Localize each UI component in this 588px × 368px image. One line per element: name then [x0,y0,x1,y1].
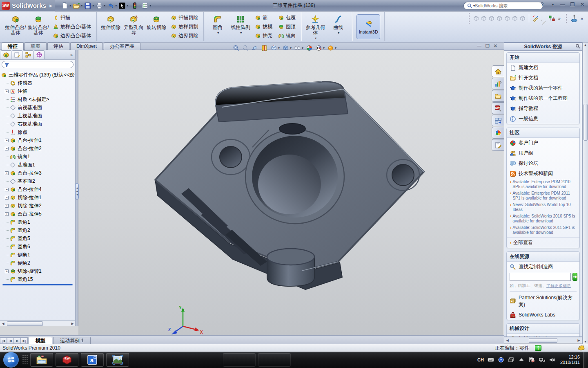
new-document-button[interactable]: ▾ [61,1,71,10]
ribbon-button-draft[interactable]: 拔模 [254,22,274,31]
ribbon-button-boss-extrude[interactable]: 拉伸凸台/基体 [4,13,27,40]
tree-item[interactable]: 圆角2 [1,226,75,234]
fm-tabs-overflow[interactable]: » [70,52,73,57]
toolbar-overflow[interactable]: » [581,16,583,21]
help-tray-icon[interactable]: ? [498,357,504,363]
tab-评估[interactable]: 评估 [47,43,69,50]
expand-icon[interactable]: + [5,171,9,175]
saved-view-icon[interactable] [512,15,518,22]
edit-sketch-icon[interactable] [540,11,547,25]
tree-item[interactable]: 基准面1 [1,161,75,169]
tree-item[interactable]: 上视基准面 [1,112,75,120]
select-button[interactable]: ▾ [118,1,129,10]
task-pane-link[interactable]: 制作我的第一个工程图 [507,93,579,103]
expand-icon[interactable]: + [5,188,9,191]
model-tab-模型[interactable]: 模型 [29,337,52,344]
tab-nav-next[interactable]: ▶ [14,337,21,344]
expand-icon[interactable]: + [5,90,9,93]
zoom-area-button[interactable] [241,44,250,52]
news-link[interactable]: ›Available: Enterprise PDM 2011 SP1 is a… [507,190,579,202]
ribbon-button-cut-boundary[interactable]: 边界切除 [169,31,199,40]
display-style-button[interactable]: ▾ [281,44,292,52]
taskbar-clock[interactable]: 12:16 2010/1/11 [557,355,583,365]
task-pane-tab-home[interactable] [492,65,504,77]
taskbar-button-image-viewer[interactable] [106,353,129,367]
ribbon-button-revolve[interactable]: 旋转凸台/基体 [27,13,50,40]
search-go-button[interactable]: ➔ [572,273,577,281]
saved-view-icon[interactable] [504,15,510,22]
news-link[interactable]: ›Available: Enterprise PDM 2010 SP5 is a… [507,179,579,190]
tree-item[interactable]: 镜向1 [1,153,75,161]
volume-icon[interactable] [549,357,555,363]
tree-item[interactable]: 原点 [1,128,75,136]
tab-DimXpert[interactable]: DimXpert [70,43,103,50]
task-pane-link[interactable]: 用户组 [507,148,579,158]
task-pane-tab-design-library[interactable] [492,78,504,90]
hide-show-button[interactable]: ▾ [293,44,304,52]
task-pane-link[interactable]: 制作我的第一个零件 [507,83,579,93]
saved-view-icon[interactable] [496,15,503,22]
tree-item[interactable]: 圆角15 [1,275,75,283]
ribbon-button-cut-sweep[interactable]: 扫描切除 [169,14,199,22]
expand-icon[interactable]: + [5,147,9,150]
toolbar-overflow[interactable]: » [558,16,561,21]
print-button[interactable]: ▾ [95,1,106,10]
tab-featuremanager[interactable] [1,50,11,59]
doc-close-button[interactable]: ✕ [494,43,497,49]
ribbon-button-pattern[interactable]: 线性阵列▾ [229,13,252,40]
close-button[interactable]: ✕ [579,2,586,8]
task-pane-link[interactable]: 探讨论坛 [507,158,579,168]
show-desktop-button[interactable] [583,352,588,368]
tree-item[interactable]: +A注解 [1,87,75,95]
view-all-link[interactable]: ›全部查看 [507,237,579,248]
model-tab-运动算例 1[interactable]: 运动算例 1 [53,337,91,344]
app-logo[interactable]: SW SolidWorks ▶ [0,0,55,11]
ribbon-button-shell[interactable]: 抽壳 [254,31,274,40]
show-hidden-icons[interactable] [518,357,525,363]
scroll-left-arrow[interactable]: ◀ [0,321,6,326]
ribbon-button-cut-loft[interactable]: 放样切割 [169,22,199,31]
news-link[interactable]: ›News: SolidWorks World Top 10 Ideas [507,202,579,213]
instant3d-button[interactable]: Instant3D [356,14,380,39]
task-pane-link[interactable]: ?机械设计概述 [507,334,579,337]
news-link[interactable]: ›Available: SolidWorks 2010 SP5 is avail… [507,213,579,224]
manufacturer-search-input[interactable] [510,273,571,281]
help-dropdown[interactable]: ▾ [550,2,556,8]
tree-item[interactable]: 右视基准面 [1,120,75,128]
ribbon-button-rib[interactable]: 筋 [254,14,274,22]
splitter-grab-handle[interactable]: ◂◂◂ [75,183,79,200]
task-pane-tab-custom-properties[interactable] [492,139,504,151]
scene-button[interactable]: ▾ [314,44,325,52]
rollback-bar[interactable] [2,284,73,285]
tree-root-item[interactable]: 三维零件作品 (139) (默认<<默认>_显示状态 1>) [1,71,75,79]
restore-button[interactable]: ❐ [569,2,576,8]
quick-tips-button[interactable]: ? [535,345,541,351]
tree-item[interactable]: 基准面2 [1,177,75,185]
tree-item[interactable]: +凸台-拉伸1 [1,136,75,144]
scroll-down-arrow[interactable]: ▼ [584,340,587,343]
task-pane-link[interactable]: SolidWorks Labs [507,310,579,320]
doc-minimize-button[interactable]: — [477,43,481,49]
tab-办公室产品[interactable]: 办公室产品 [104,43,140,50]
search-box[interactable]: ▾ [463,2,543,10]
task-pane-horizontal-scrollbar[interactable]: ◀ ▶ [504,337,582,343]
axis-icon[interactable] [570,14,578,22]
task-pane-tab-sw-search[interactable]: SW [492,102,504,114]
task-pane-link[interactable]: 指导教程 [507,103,579,114]
tab-dimxpertmanager[interactable] [34,50,45,59]
tab-nav-last[interactable]: ▶| [21,337,28,344]
expand-icon[interactable]: + [5,139,9,142]
taskbar-button-acdsee[interactable]: a [81,353,104,367]
tree-item[interactable]: +凸台-拉伸2 [1,144,75,153]
ribbon-button-hole-wizard[interactable]: 异型孔向导 [122,13,145,40]
save-button[interactable]: ▾ [84,1,94,10]
news-link[interactable]: ›Available: SolidWorks 2011 SP1 is avail… [507,224,579,236]
task-pane-link[interactable]: 技术警戒和新闻 [507,168,579,179]
tree-item[interactable]: 倒角1 [1,251,75,259]
taskbar-button-solidworks[interactable]: SW [56,353,78,367]
scroll-right-arrow[interactable]: ▶ [69,321,76,326]
task-pane-tab-view-palette[interactable] [492,114,504,126]
saved-view-icon[interactable] [473,15,479,22]
tree-item[interactable]: 圆角1 [1,218,75,226]
tree-item[interactable]: +凸台-拉伸3 [1,169,75,177]
